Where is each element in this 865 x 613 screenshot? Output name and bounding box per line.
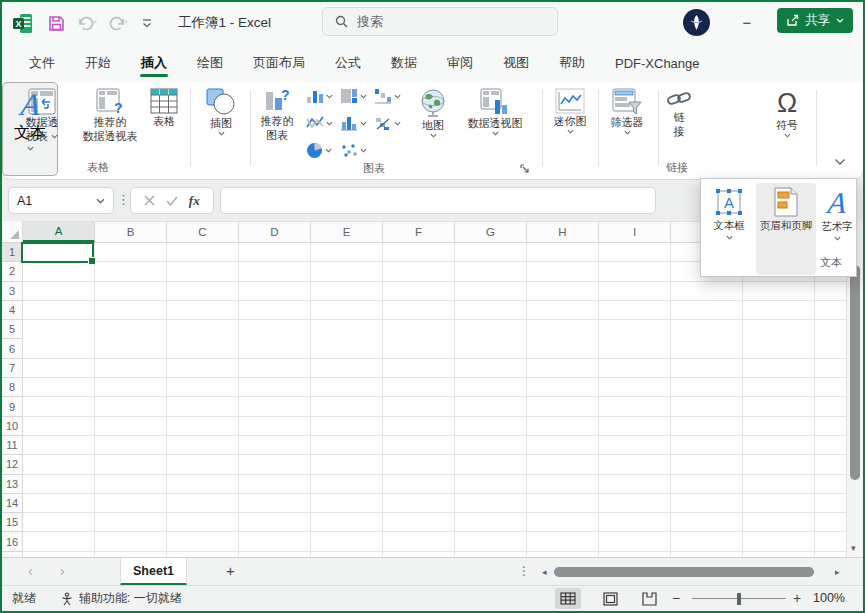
- link-button[interactable]: 链 接: [660, 84, 698, 138]
- selected-cell-a1[interactable]: [21, 242, 94, 263]
- scroll-left-icon[interactable]: ◂: [542, 567, 547, 577]
- insert-function-button[interactable]: fx: [189, 193, 200, 209]
- cancel-icon[interactable]: [144, 195, 155, 206]
- row-header-15[interactable]: 15: [2, 513, 22, 532]
- insert-line-chart-button[interactable]: [306, 115, 333, 131]
- zoom-level[interactable]: 100%: [813, 591, 845, 605]
- zoom-out-button[interactable]: −: [672, 590, 680, 606]
- column-header-C[interactable]: C: [167, 222, 239, 242]
- search-input[interactable]: 搜索: [322, 7, 558, 36]
- recommended-charts-button[interactable]: ? 推荐的 图表: [254, 84, 300, 142]
- row-header-8[interactable]: 8: [2, 378, 22, 397]
- column-header-E[interactable]: E: [311, 222, 383, 242]
- tab-9[interactable]: 帮助: [546, 44, 598, 82]
- prev-sheet-icon[interactable]: ‹: [28, 563, 33, 579]
- wordart-button[interactable]: A 艺术字: [817, 183, 857, 253]
- insert-scatter-chart-button[interactable]: [340, 142, 367, 158]
- tab-0[interactable]: 文件: [16, 44, 68, 82]
- column-header-B[interactable]: B: [95, 222, 167, 242]
- window-border-left: [0, 0, 2, 613]
- column-header-D[interactable]: D: [239, 222, 311, 242]
- row-header-6[interactable]: 6: [2, 339, 22, 358]
- chevron-down-icon: [96, 198, 105, 204]
- tab-4[interactable]: 页面布局: [240, 44, 318, 82]
- tab-5[interactable]: 公式: [322, 44, 374, 82]
- tab-1[interactable]: 开始: [72, 44, 124, 82]
- tables-group-label: 表格: [10, 160, 186, 175]
- enter-icon[interactable]: [166, 196, 178, 206]
- maps-button[interactable]: 地图: [410, 84, 456, 138]
- horizontal-scrollbar-thumb[interactable]: [554, 567, 814, 577]
- charts-dialog-launcher-icon[interactable]: [520, 164, 530, 174]
- row-headers: 1234567891011121314151617: [2, 243, 23, 557]
- formula-input[interactable]: [220, 187, 656, 214]
- tab-8[interactable]: 视图: [490, 44, 542, 82]
- column-header-F[interactable]: F: [383, 222, 455, 242]
- tab-3[interactable]: 绘图: [184, 44, 236, 82]
- tab-7[interactable]: 审阅: [434, 44, 486, 82]
- row-header-12[interactable]: 12: [2, 455, 22, 474]
- customize-quick-access-icon[interactable]: [134, 19, 160, 28]
- row-header-5[interactable]: 5: [2, 320, 22, 339]
- page-break-preview-icon: [642, 592, 657, 606]
- add-sheet-button[interactable]: +: [226, 562, 235, 579]
- column-header-G[interactable]: G: [455, 222, 527, 242]
- textbox-button[interactable]: A 文本框: [703, 183, 755, 253]
- header-footer-button[interactable]: 页眉和页脚: [756, 183, 816, 275]
- zoom-slider-thumb[interactable]: [737, 593, 741, 605]
- sheetbar-drag-handle-icon[interactable]: ⋮: [518, 564, 530, 578]
- row-header-10[interactable]: 10: [2, 417, 22, 436]
- column-header-A[interactable]: A: [23, 222, 95, 242]
- insert-hierarchy-chart-button[interactable]: [340, 88, 367, 104]
- insert-column-chart-button[interactable]: [306, 88, 333, 104]
- recommended-pivottables-button[interactable]: ? 推荐的 数据透视表: [76, 84, 144, 143]
- tab-6[interactable]: 数据: [378, 44, 430, 82]
- accessibility-status[interactable]: 辅助功能: 一切就绪: [60, 590, 182, 607]
- redo-button[interactable]: [102, 15, 134, 31]
- insert-pie-chart-button[interactable]: [306, 142, 332, 159]
- row-header-7[interactable]: 7: [2, 359, 22, 378]
- illustrations-button[interactable]: 插图: [196, 84, 246, 136]
- insert-waterfall-chart-button[interactable]: [374, 88, 401, 104]
- tab-pdf-xchange[interactable]: PDF-XChange: [602, 44, 713, 82]
- symbols-button[interactable]: Ω 符号: [764, 84, 810, 138]
- vertical-scrollbar-thumb[interactable]: [850, 265, 860, 480]
- collapse-ribbon-icon[interactable]: [834, 158, 846, 166]
- normal-view-button[interactable]: [555, 588, 581, 609]
- insert-statistic-chart-button[interactable]: [340, 115, 367, 131]
- drag-handle-icon[interactable]: ⋮: [117, 192, 130, 207]
- page-break-view-button[interactable]: [636, 588, 662, 609]
- pivotchart-button[interactable]: 数据透视图: [460, 84, 530, 136]
- zoom-in-button[interactable]: +: [793, 590, 801, 606]
- row-header-2[interactable]: 2: [2, 262, 22, 281]
- column-header-H[interactable]: H: [527, 222, 599, 242]
- row-header-11[interactable]: 11: [2, 436, 22, 455]
- row-header-13[interactable]: 13: [2, 475, 22, 494]
- save-button[interactable]: [40, 15, 72, 32]
- select-all-corner[interactable]: [2, 221, 23, 243]
- next-sheet-icon[interactable]: ›: [60, 563, 65, 579]
- row-header-16[interactable]: 16: [2, 532, 22, 551]
- tab-2[interactable]: 插入: [128, 44, 180, 82]
- sheet-tab-sheet1[interactable]: Sheet1: [120, 558, 187, 586]
- row-header-3[interactable]: 3: [2, 282, 22, 301]
- undo-button[interactable]: [72, 15, 102, 31]
- column-header-I[interactable]: I: [599, 222, 671, 242]
- row-header-14[interactable]: 14: [2, 494, 22, 513]
- cells-area[interactable]: [23, 243, 846, 557]
- row-header-1[interactable]: 1: [2, 243, 22, 262]
- sparklines-button[interactable]: 迷你图: [546, 84, 594, 134]
- page-layout-view-button[interactable]: [597, 588, 623, 609]
- name-box[interactable]: A1: [8, 187, 114, 214]
- row-header-9[interactable]: 9: [2, 397, 22, 416]
- minimize-button[interactable]: −: [725, 2, 769, 42]
- share-button[interactable]: 共享: [777, 8, 853, 33]
- scroll-right-icon[interactable]: ▸: [835, 567, 840, 577]
- filters-button[interactable]: 筛选器: [602, 84, 652, 135]
- table-button[interactable]: 表格: [142, 84, 186, 128]
- avatar[interactable]: [683, 9, 710, 36]
- insert-combo-chart-button[interactable]: [374, 115, 401, 131]
- row-header-4[interactable]: 4: [2, 301, 22, 320]
- recommended-charts-label2: 图表: [266, 129, 288, 142]
- scroll-down-icon[interactable]: ▾: [851, 543, 856, 553]
